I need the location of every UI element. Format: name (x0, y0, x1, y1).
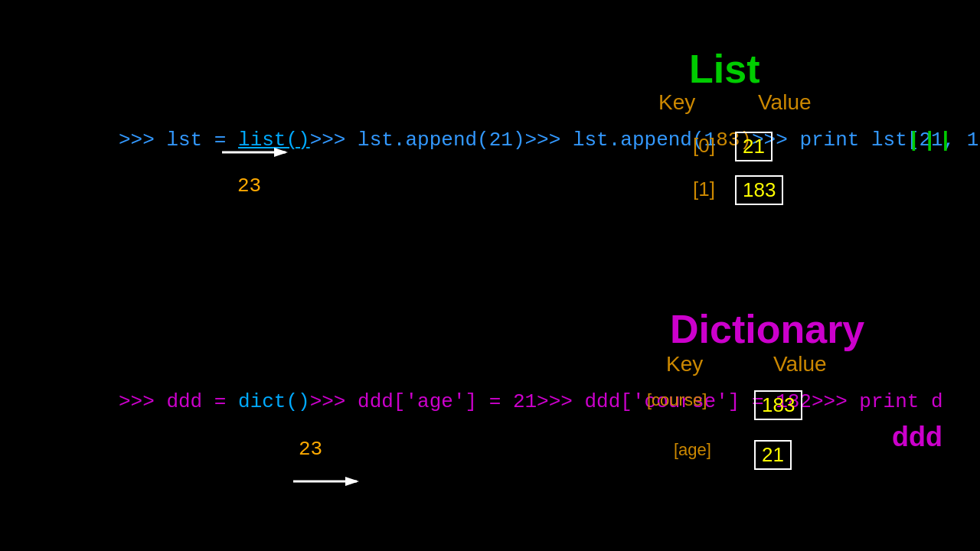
code-line-bottom: >>> ddd = dict()>>> ddd['age'] = 21>>> d… (119, 390, 943, 413)
arrow-top-icon (218, 142, 295, 163)
list-index-0: [0] (693, 134, 715, 158)
dictionary-title: Dictionary (670, 306, 864, 352)
dict-value-header: Value (773, 352, 827, 377)
list-index-1: [1] (693, 178, 715, 201)
dict-key-course: [course] (647, 390, 707, 410)
arrow-bottom-icon (289, 471, 366, 492)
dict-value-course: 183 (754, 390, 802, 420)
dict-value-age: 21 (754, 440, 792, 470)
ddd-variable-label: ddd (892, 421, 942, 453)
list-value-1: 183 (735, 175, 783, 205)
result-bottom: 23 (299, 438, 322, 461)
list-value-header: Value (758, 90, 812, 115)
green-bars-icon: ||| (907, 129, 955, 152)
dict-key-age: [age] (674, 440, 711, 460)
code-prompt-bottom: >>> ddd = dict()>>> ddd['age'] = 21>>> d… (119, 390, 943, 413)
result-top: 23 (237, 174, 261, 197)
list-title: List (689, 46, 760, 92)
list-key-header: Key (658, 90, 695, 115)
dict-key-header: Key (666, 352, 703, 377)
list-value-0: 21 (735, 132, 773, 161)
